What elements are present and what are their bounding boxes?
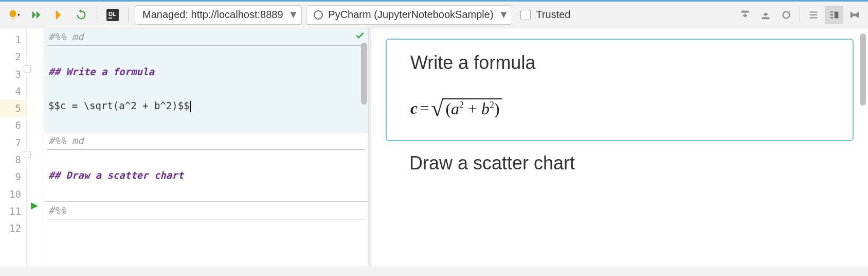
line-number: 1: [0, 31, 26, 48]
fold-marker-icon[interactable]: [24, 151, 31, 158]
svg-point-6: [853, 13, 856, 16]
chevron-down-icon: ▼: [499, 9, 509, 21]
restart-kernel-icon[interactable]: [72, 6, 91, 24]
run-all-icon[interactable]: [27, 6, 45, 24]
line-number: 11: [0, 203, 26, 220]
line-number-gutter: 1 2 3 4 5 6 7 8 9 10 11 12: [0, 28, 27, 266]
line-number: 3: [0, 66, 26, 83]
intention-bulb-icon[interactable]: ▾: [4, 6, 23, 24]
line-number: 8: [0, 151, 26, 168]
line-number: 2: [0, 48, 26, 65]
fold-marker-icon[interactable]: [24, 65, 31, 73]
line-number: 12: [0, 220, 26, 237]
upload-cell-icon[interactable]: [756, 6, 775, 24]
rendered-formula: c = √ (a2 + b2): [410, 95, 829, 122]
editor-scrollbar[interactable]: [361, 43, 367, 105]
status-bar: [0, 266, 868, 276]
line-number: 5: [0, 100, 26, 117]
code-editor[interactable]: #%% md ## Write a formula $$c = \sqrt(a^…: [44, 28, 368, 266]
kernel-dropdown[interactable]: PyCharm (JupyterNotebookSample) ▼: [306, 5, 512, 25]
svg-text:DL: DL: [109, 11, 116, 17]
text-cursor: [190, 101, 191, 112]
sqrt-icon: √: [431, 95, 443, 122]
server-dropdown[interactable]: Managed: http://localhost:8889 ▼: [135, 5, 302, 25]
trusted-toggle[interactable]: Trusted: [520, 9, 575, 21]
svg-rect-5: [835, 11, 838, 18]
split-view-icon[interactable]: [825, 6, 843, 24]
cell-marker: #%%: [48, 204, 66, 216]
svg-rect-2: [742, 10, 749, 12]
preview-cell-active: Write a formula c = √ (a2 + b2): [386, 39, 854, 141]
chevron-down-icon: ▼: [288, 9, 299, 21]
cell-marker: #%% md: [48, 31, 84, 42]
preview-heading: Write a formula: [410, 52, 829, 74]
kernel-label: PyCharm (JupyterNotebookSample): [328, 9, 493, 21]
preview-pane: Write a formula c = √ (a2 + b2) Draw a s…: [371, 28, 868, 266]
md-heading: ## Draw a scatter chart: [48, 169, 184, 181]
preview-only-icon[interactable]: [845, 6, 864, 24]
inspection-ok-icon: [355, 30, 365, 43]
download-cell-icon[interactable]: [736, 6, 754, 24]
line-number: 7: [0, 134, 26, 151]
toolbar-separator: [800, 7, 800, 23]
server-label: Managed: http://localhost:8889: [142, 9, 283, 21]
trusted-label: Trusted: [536, 9, 570, 21]
line-number: 10: [0, 186, 26, 203]
interrupt-icon[interactable]: [49, 6, 68, 24]
datalore-icon[interactable]: DL: [103, 6, 122, 24]
cell-marker: #%% md: [48, 135, 84, 146]
main-split: 1 2 3 4 5 6 7 8 9 10 11 12 #%% md ## Wri…: [0, 28, 868, 266]
preview-heading: Draw a scatter chart: [386, 152, 854, 174]
line-number: 9: [0, 168, 26, 185]
line-number: 4: [0, 83, 26, 100]
editor-only-icon[interactable]: [804, 6, 823, 24]
md-formula: $$c = \sqrt(a^2 + b^2)$$: [48, 100, 190, 111]
preview-refresh-icon[interactable]: [777, 6, 795, 24]
run-cell-icon[interactable]: [31, 202, 38, 212]
notebook-toolbar: ▾ DL Managed: http://localhost:8889 ▼ Py…: [0, 2, 868, 28]
trusted-checkbox[interactable]: [520, 10, 531, 20]
run-gutter: [27, 28, 44, 266]
line-number: 6: [0, 117, 26, 134]
preview-scrollbar[interactable]: [860, 33, 866, 106]
kernel-status-icon: [314, 10, 323, 20]
md-heading: ## Write a formula: [48, 66, 154, 77]
svg-point-4: [783, 11, 790, 18]
svg-rect-3: [762, 17, 770, 19]
toolbar-separator: [97, 7, 97, 23]
toolbar-separator: [128, 7, 129, 23]
